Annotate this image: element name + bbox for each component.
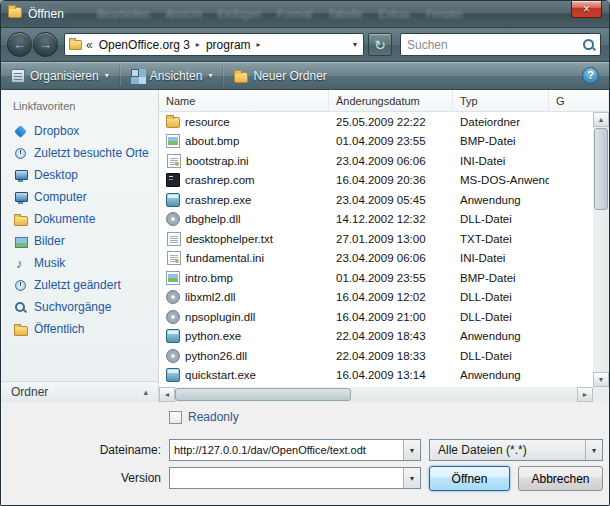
txt-icon: [167, 232, 181, 246]
organize-label: Organisieren: [30, 69, 99, 83]
new-folder-label: Neuer Ordner: [253, 69, 326, 83]
readonly-checkbox[interactable]: [169, 411, 182, 424]
breadcrumb[interactable]: « OpenOffice.org 3 ▸ program ▸ ▾: [64, 33, 364, 56]
scroll-down-button[interactable]: ▼: [593, 372, 609, 387]
sidebar-item-musik[interactable]: Musik: [1, 252, 158, 274]
scroll-right-button[interactable]: ►: [577, 387, 593, 402]
vertical-scrollbar[interactable]: ▲ ▼: [593, 112, 609, 387]
cancel-button[interactable]: Abbrechen: [518, 466, 603, 491]
file-date: 23.04.2009 06:06: [329, 252, 453, 264]
forward-arrow-icon: →: [39, 38, 52, 51]
file-row[interactable]: desktophelper.txt27.01.2009 13:00TXT-Dat…: [159, 229, 593, 249]
sidebar-item-bilder[interactable]: Bilder: [1, 230, 158, 252]
filetype-select[interactable]: Alle Dateien (*.*) ▾: [429, 439, 603, 461]
filename-dropdown-button[interactable]: ▾: [403, 440, 420, 460]
sidebar-item-dokumente[interactable]: Dokumente: [1, 208, 158, 230]
file-date: 16.04.2009 20:36: [329, 174, 453, 186]
filename-input[interactable]: [170, 440, 403, 460]
scroll-up-button[interactable]: ▲: [593, 112, 609, 127]
file-row[interactable]: dbghelp.dll14.12.2002 12:32DLL-Datei: [159, 210, 593, 230]
version-dropdown-button[interactable]: ▾: [403, 468, 420, 488]
sidebar-item-label: Musik: [34, 256, 65, 270]
file-row[interactable]: crashrep.com16.04.2009 20:36MS-DOS-Anwen…: [159, 171, 593, 191]
breadcrumb-overflow-button[interactable]: «: [86, 38, 93, 52]
breadcrumb-item-program[interactable]: program: [204, 38, 253, 52]
bottom-panel: Readonly Dateiname: ▾ Alle Dateien (*.*)…: [1, 402, 609, 505]
horizontal-scroll-thumb[interactable]: [175, 388, 351, 401]
sidebar-item-desktop[interactable]: Desktop: [1, 164, 158, 186]
breadcrumb-item-openoffice[interactable]: OpenOffice.org 3: [97, 38, 192, 52]
folder-open-icon: [8, 7, 22, 18]
breadcrumb-dropdown-icon[interactable]: ▾: [351, 40, 359, 49]
file-row[interactable]: npsoplugin.dll16.04.2009 21:00DLL-Datei: [159, 307, 593, 327]
scroll-down-icon: ▼: [598, 376, 605, 383]
column-header-size[interactable]: G: [549, 90, 609, 111]
file-name: intro.bmp: [185, 272, 233, 284]
sidebar-item-label: Dropbox: [34, 124, 79, 138]
search-box[interactable]: [400, 33, 601, 56]
chevron-down-icon: ▾: [410, 446, 414, 455]
scroll-left-button[interactable]: ◄: [159, 387, 175, 402]
filename-row: Dateiname: ▾ Alle Dateien (*.*) ▾: [1, 439, 609, 461]
file-type: DLL-Datei: [453, 311, 549, 323]
help-button[interactable]: ?: [582, 67, 599, 84]
filetype-dropdown-button[interactable]: ▾: [585, 440, 602, 460]
file-row[interactable]: intro.bmp01.04.2009 23:55BMP-Datei: [159, 268, 593, 288]
exe-icon: [166, 193, 180, 207]
vertical-scroll-thumb[interactable]: [594, 128, 608, 210]
search-input[interactable]: [405, 37, 582, 53]
titlebar[interactable]: Öffnen Bearbeiten Ansicht Einfügen Forma…: [1, 1, 609, 28]
file-date: 16.04.2009 13:14: [329, 369, 453, 381]
refresh-button[interactable]: ↻: [368, 33, 392, 56]
new-folder-icon: [234, 72, 248, 83]
help-icon: ?: [587, 70, 594, 81]
sidebar-item-zuletzt-besuchte-orte[interactable]: Zuletzt besuchte Orte: [1, 142, 158, 164]
open-button[interactable]: Öffnen: [429, 466, 510, 491]
sidebar-item-label: Dokumente: [34, 212, 95, 226]
sidebar-item-suchvorgaenge[interactable]: Suchvorgänge: [1, 296, 158, 318]
ini-icon: [167, 154, 181, 168]
column-header-name[interactable]: Name: [159, 90, 329, 111]
chevron-down-icon: ▾: [410, 474, 414, 483]
folders-bar[interactable]: Ordner ▴: [1, 381, 158, 402]
file-row[interactable]: crashrep.exe23.04.2009 05:45Anwendung: [159, 190, 593, 210]
chevron-right-icon[interactable]: ▸: [257, 40, 261, 49]
sidebar-item-computer[interactable]: Computer: [1, 186, 158, 208]
file-row[interactable]: quickstart.exe16.04.2009 13:14Anwendung: [159, 366, 593, 386]
new-folder-button[interactable]: Neuer Ordner: [224, 62, 336, 89]
chevron-up-icon: ▴: [143, 387, 148, 397]
file-row[interactable]: about.bmp01.04.2009 23:55BMP-Datei: [159, 132, 593, 152]
file-name-cell: fundamental.ini: [159, 251, 329, 265]
file-row[interactable]: python26.dll22.04.2009 18:33DLL-Datei: [159, 346, 593, 366]
column-header-type[interactable]: Typ: [453, 90, 549, 111]
file-row[interactable]: bootstrap.ini23.04.2009 06:06INI-Datei: [159, 151, 593, 171]
bmp-icon: [166, 134, 180, 148]
version-combo[interactable]: ▾: [169, 467, 421, 489]
file-row[interactable]: resource25.05.2009 22:22Dateiordner: [159, 112, 593, 132]
close-button[interactable]: ×: [571, 1, 602, 18]
sidebar-item-label: Suchvorgänge: [34, 300, 111, 314]
chevron-right-icon[interactable]: ▸: [196, 40, 200, 49]
sidebar-item-zuletzt-geaendert[interactable]: Zuletzt geändert: [1, 274, 158, 296]
file-row[interactable]: libxml2.dll16.04.2009 12:02DLL-Datei: [159, 288, 593, 308]
dll-icon: [166, 290, 180, 304]
column-header-date[interactable]: Änderungsdatum: [329, 90, 453, 111]
horizontal-scrollbar[interactable]: ◄ ►: [159, 387, 593, 402]
desktop-icon: [14, 169, 27, 182]
file-name: python.exe: [185, 330, 241, 342]
recent-places-icon: [14, 147, 27, 160]
sidebar-item-oeffentlich[interactable]: Öffentlich: [1, 318, 158, 340]
views-button[interactable]: Ansichten ▾: [121, 62, 223, 89]
sidebar-item-dropbox[interactable]: Dropbox: [1, 120, 158, 142]
dll-icon: [166, 212, 180, 226]
list-header: Name Änderungsdatum Typ G: [159, 90, 609, 112]
file-row[interactable]: python.exe22.04.2009 18:43Anwendung: [159, 327, 593, 347]
search-icon[interactable]: [582, 38, 596, 52]
forward-button[interactable]: →: [33, 32, 58, 57]
file-name: python26.dll: [185, 350, 247, 362]
file-row[interactable]: fundamental.ini23.04.2009 06:06INI-Datei: [159, 249, 593, 269]
sidebar-item-label: Zuletzt besuchte Orte: [34, 146, 149, 160]
organize-button[interactable]: Organisieren ▾: [1, 62, 119, 89]
back-button[interactable]: ←: [7, 32, 32, 57]
bmp-icon: [166, 271, 180, 285]
